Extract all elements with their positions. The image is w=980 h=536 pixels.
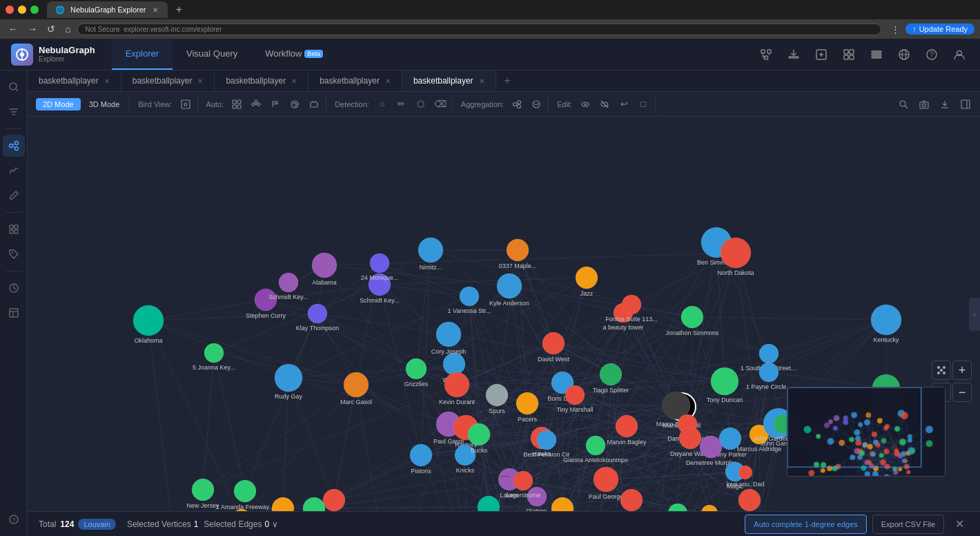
layout-separator[interactable]: — [498,470,509,482]
sidebar-item-pencil[interactable] [3,184,25,207]
auto-btn-4[interactable] [286,95,304,113]
node-n70[interactable]: Kyle Anderson [489,274,529,307]
sidebar-item-history[interactable] [3,277,25,299]
node-n5[interactable]: Rudy Gay [275,364,303,400]
node-n74[interactable]: 24 Monique... [361,253,399,281]
graph-tab-5-close[interactable]: ✕ [479,77,484,85]
node-n78[interactable]: Fontos Suite 113... [605,295,658,323]
node-n8[interactable]: Grizzlies [404,358,429,387]
edit-eye-off-btn[interactable] [596,95,614,113]
nav-tab-explorer[interactable]: Explorer [112,39,173,70]
graph-tab-2[interactable]: basketballplayer ✕ [121,70,215,91]
nav-back-button[interactable]: ← [6,22,21,36]
detection-lasso-btn[interactable]: ⬡ [412,95,430,113]
mode-2d-button[interactable]: 2D Mode [36,98,81,111]
panel-collapse-handle[interactable]: ‹ [969,298,980,331]
grid-icon[interactable] [839,45,859,64]
zoom-in-btn[interactable]: + [952,361,972,380]
browser-tab-close[interactable]: ✕ [151,6,159,14]
sidebar-item-search[interactable] [3,76,25,98]
auto-btn-1[interactable] [228,95,246,113]
node-n26[interactable]: Tony Duncan [707,367,743,403]
nav-refresh-button[interactable]: ↺ [44,22,58,36]
node-n75[interactable]: Nimitz... [418,238,443,271]
settings-layout-icon[interactable] [867,45,886,64]
mode-3d-button[interactable]: 3D Mode [82,98,127,111]
node-n66[interactable]: Pistons [410,444,432,475]
update-ready-badge[interactable]: ↑ Update Ready [905,23,974,35]
export-btn[interactable] [936,95,954,113]
node-n79[interactable]: 5 Joanna Key... [193,343,235,371]
nav-home-button[interactable]: ⌂ [62,22,73,36]
graph-tab-4[interactable]: basketballplayer ✕ [308,70,402,91]
graph-tab-1-close[interactable]: ✕ [104,77,110,85]
search-graph-btn[interactable] [894,95,912,113]
global-icon[interactable] [894,45,914,64]
status-close-button[interactable]: ✕ [950,515,969,534]
sidebar-item-filter[interactable] [3,101,25,123]
new-tab-button[interactable]: + [170,1,187,18]
zoom-out-btn[interactable]: − [952,383,972,402]
user-icon[interactable] [950,45,969,64]
graph-canvas[interactable]: AlabamaStephen CurryKlay ThompsonOklahom… [28,117,980,511]
add-graph-tab-button[interactable]: + [496,70,519,91]
browser-tab-active[interactable]: 🌐 NebulaGraph Explorer ✕ [47,1,168,18]
graph-tab-1[interactable]: basketballplayer ✕ [28,70,121,91]
node-n73[interactable]: Schmidt Key... [268,273,308,300]
selected-vertices-btn[interactable]: Selected Vertices 1 [127,519,198,529]
address-bar[interactable]: Not Secure explorer.vesoft-inc.com/explo… [77,23,881,35]
graph-tab-5[interactable]: basketballplayer ✕ [402,70,496,91]
sidebar-item-layout[interactable] [3,218,25,240]
auto-btn-3[interactable] [266,95,284,113]
sidebar-item-table[interactable] [3,302,25,324]
bird-view-icon-btn[interactable] [177,95,195,113]
node-n15[interactable]: Bucks [468,423,490,454]
node-n3[interactable]: Klay Thompson [296,304,339,332]
download-icon[interactable] [812,45,831,64]
node-n60[interactable]: Kentucky [871,305,901,343]
import-icon[interactable] [784,45,803,64]
aggregation-btn-2[interactable] [527,95,545,113]
nav-tab-visual-query[interactable]: Visual Query [173,39,251,70]
node-n68[interactable]: Platters [527,487,548,511]
traffic-light-green[interactable] [30,6,39,14]
edit-undo-btn[interactable]: ↩ [615,95,633,113]
node-n31[interactable]: Pacers [516,392,538,423]
node-n33[interactable]: Jazz [576,267,598,297]
browser-menu-icon[interactable]: ⋮ [891,24,900,35]
node-n13[interactable]: Spurs [486,384,508,414]
node-n76[interactable]: 0337 Maple... [499,239,537,269]
edit-eye-btn[interactable] [576,95,594,113]
detection-eraser-btn[interactable]: ⌫ [431,95,449,113]
help-icon[interactable]: ? [922,45,941,64]
auto-btn-2[interactable] [247,95,265,113]
node-n40[interactable]: Paul George [589,467,624,500]
node-n86[interactable]: 1 Amanda Freeway... [216,480,274,510]
panel-btn[interactable] [957,95,974,113]
selected-edges-btn[interactable]: Selected Edges 0 ∨ [204,519,278,529]
node-n16[interactable]: New Jersey [186,479,219,509]
graph-tab-2-close[interactable]: ✕ [197,77,203,85]
graph-tab-3-close[interactable]: ✕ [291,77,297,85]
node-n10[interactable]: Cory Joseph [431,322,467,355]
node-n1[interactable]: Alabama [312,253,337,286]
sidebar-item-tag[interactable] [3,243,25,265]
node-n59[interactable]: Jonathon Simmons [665,306,719,336]
detection-pencil-btn[interactable]: ✏ [393,95,411,113]
edit-redo-btn[interactable]: □ [634,95,652,113]
node-n6[interactable]: Marc Gasol [340,372,372,405]
aggregation-btn-1[interactable] [508,95,526,113]
auto-btn-5[interactable] [305,95,323,113]
nav-forward-button[interactable]: → [25,22,40,36]
traffic-light-yellow[interactable] [18,6,26,14]
export-csv-button[interactable]: Export CSV File [872,515,944,534]
auto-complete-edges-button[interactable]: Auto complete 1-degree edges [745,515,866,534]
graph-tab-4-close[interactable]: ✕ [385,77,391,85]
graph-tab-3[interactable]: basketballplayer ✕ [215,70,308,91]
traffic-light-red[interactable] [6,6,14,14]
detection-circle-btn[interactable]: ○ [373,95,391,113]
sidebar-item-help[interactable]: ? [3,508,25,530]
node-n4[interactable]: Oklahoma [133,305,164,344]
graph-scatter-btn[interactable] [932,361,951,380]
camera-btn[interactable] [915,95,933,113]
